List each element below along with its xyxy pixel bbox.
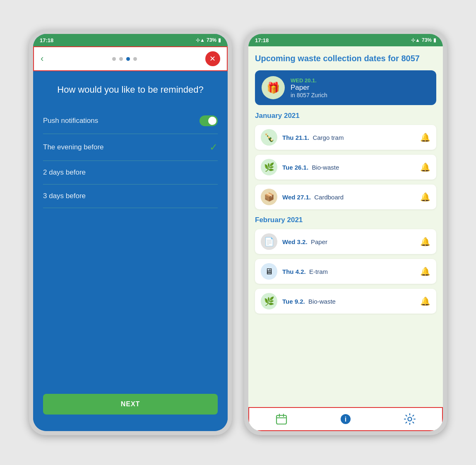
battery-left: 73%	[207, 37, 216, 43]
cardboard-date: Wed 27.1.	[282, 194, 311, 201]
item-bio-waste-feb[interactable]: 🌿 Tue 9.2. Bio-waste 🔔	[255, 289, 436, 314]
evening-checkmark: ✓	[209, 141, 218, 153]
item-paper-feb[interactable]: 📄 Wed 3.2. Paper 🔔	[255, 229, 436, 254]
bio-waste-feb-name: Bio-waste	[308, 298, 336, 305]
option-2days[interactable]: 2 days before	[43, 161, 218, 185]
left-phone: 17:18 ⊹▲ 73% ▮ ‹ ✕ How would you like to…	[29, 30, 232, 435]
e-tram-name: E-tram	[309, 268, 328, 275]
item-e-tram[interactable]: 🖥 Thu 4.2. E-tram 🔔	[255, 259, 436, 284]
option-3days-label: 3 days before	[43, 192, 86, 200]
option-3days[interactable]: 3 days before	[43, 185, 218, 208]
bio-waste-jan-icon: 🌿	[261, 159, 277, 175]
featured-icon: 🎁	[262, 76, 285, 99]
status-bar-right: 17:18 ⊹▲ 73% ▮	[248, 34, 443, 46]
dot-3	[126, 57, 130, 61]
featured-info: WED 20.1. Paper in 8057 Zurich	[291, 77, 327, 98]
nav-bar: ‹ ✕	[33, 46, 228, 71]
status-icons-left: ⊹▲ 73% ▮	[196, 37, 221, 43]
item-bio-waste-jan[interactable]: 🌿 Tue 26.1. Bio-waste 🔔	[255, 155, 436, 180]
bio-waste-jan-date: Tue 26.1.	[282, 164, 308, 171]
cardboard-icon: 📦	[261, 189, 277, 205]
cardboard-bell[interactable]: 🔔	[420, 192, 430, 202]
option-evening[interactable]: The evening before ✓	[43, 134, 218, 161]
bottom-nav: i	[248, 407, 443, 431]
paper-feb-date: Wed 3.2.	[282, 238, 308, 245]
nav-calendar[interactable]	[275, 413, 288, 425]
featured-date: WED 20.1.	[291, 77, 327, 84]
nav-info[interactable]: i	[339, 413, 352, 425]
bio-waste-feb-text: Tue 9.2. Bio-waste	[282, 298, 415, 305]
bio-waste-feb-icon: 🌿	[261, 293, 277, 309]
progress-dots	[112, 57, 137, 61]
page-title: Upcoming waste collection dates for 8057	[255, 53, 436, 64]
bio-waste-feb-bell[interactable]: 🔔	[420, 296, 430, 306]
bio-waste-jan-text: Tue 26.1. Bio-waste	[282, 164, 415, 171]
e-tram-date: Thu 4.2.	[282, 268, 306, 275]
cargo-tram-icon: 🍾	[261, 129, 277, 146]
back-button[interactable]: ‹	[41, 53, 43, 64]
featured-card[interactable]: 🎁 WED 20.1. Paper in 8057 Zurich	[255, 70, 436, 105]
option-2days-label: 2 days before	[43, 168, 86, 177]
next-button[interactable]: NEXT	[43, 394, 218, 415]
option-push[interactable]: Push notifications	[43, 108, 218, 134]
cargo-tram-bell[interactable]: 🔔	[420, 132, 430, 142]
cargo-tram-name: Cargo tram	[313, 134, 344, 141]
item-cardboard[interactable]: 📦 Wed 27.1. Cardboard 🔔	[255, 185, 436, 209]
bio-waste-feb-date: Tue 9.2.	[282, 298, 305, 305]
cardboard-text: Wed 27.1. Cardboard	[282, 194, 415, 201]
paper-feb-text: Wed 3.2. Paper	[282, 238, 415, 245]
item-cargo-tram[interactable]: 🍾 Thu 21.1. Cargo tram 🔔	[255, 125, 436, 150]
push-toggle[interactable]	[200, 115, 218, 126]
left-content: How would you like to be reminded? Push …	[33, 71, 228, 431]
featured-type: Paper	[291, 84, 327, 92]
time-left: 17:18	[40, 37, 53, 43]
battery-icon-right: ▮	[433, 37, 436, 43]
svg-point-6	[408, 417, 412, 421]
paper-feb-bell[interactable]: 🔔	[420, 237, 430, 247]
dot-1	[112, 57, 116, 61]
status-icons-right: ⊹▲ 73% ▮	[411, 37, 436, 43]
dot-4	[133, 57, 137, 61]
svg-text:i: i	[345, 416, 346, 423]
right-phone: 17:18 ⊹▲ 73% ▮ Upcoming waste collection…	[244, 30, 447, 435]
month-february: February 2021	[255, 216, 436, 224]
e-tram-bell[interactable]: 🔔	[420, 266, 430, 276]
signal-icon-left: ⊹▲	[196, 37, 205, 43]
e-tram-text: Thu 4.2. E-tram	[282, 268, 415, 275]
status-bar-left: 17:18 ⊹▲ 73% ▮	[33, 34, 228, 46]
nav-settings[interactable]	[404, 413, 416, 425]
bio-waste-jan-bell[interactable]: 🔔	[420, 162, 430, 172]
reminder-title: How would you like to be reminded?	[43, 84, 218, 96]
signal-icon-right: ⊹▲	[411, 37, 420, 43]
cargo-tram-text: Thu 21.1. Cargo tram	[282, 134, 415, 141]
bio-waste-jan-name: Bio-waste	[312, 164, 339, 171]
option-evening-label: The evening before	[43, 143, 104, 151]
svg-rect-0	[276, 415, 286, 424]
option-push-label: Push notifications	[43, 117, 98, 125]
e-tram-icon: 🖥	[261, 263, 277, 280]
paper-feb-name: Paper	[311, 238, 327, 245]
battery-icon-left: ▮	[218, 37, 221, 43]
featured-location: in 8057 Zurich	[291, 92, 327, 98]
month-january: January 2021	[255, 112, 436, 120]
dot-2	[119, 57, 123, 61]
cargo-tram-date: Thu 21.1.	[282, 134, 309, 141]
cardboard-name: Cardboard	[314, 194, 344, 201]
time-right: 17:18	[255, 37, 269, 43]
right-content: Upcoming waste collection dates for 8057…	[248, 46, 443, 407]
close-button[interactable]: ✕	[205, 51, 220, 66]
close-icon: ✕	[209, 54, 216, 63]
paper-feb-icon: 📄	[261, 233, 277, 250]
battery-right: 73%	[422, 37, 432, 43]
